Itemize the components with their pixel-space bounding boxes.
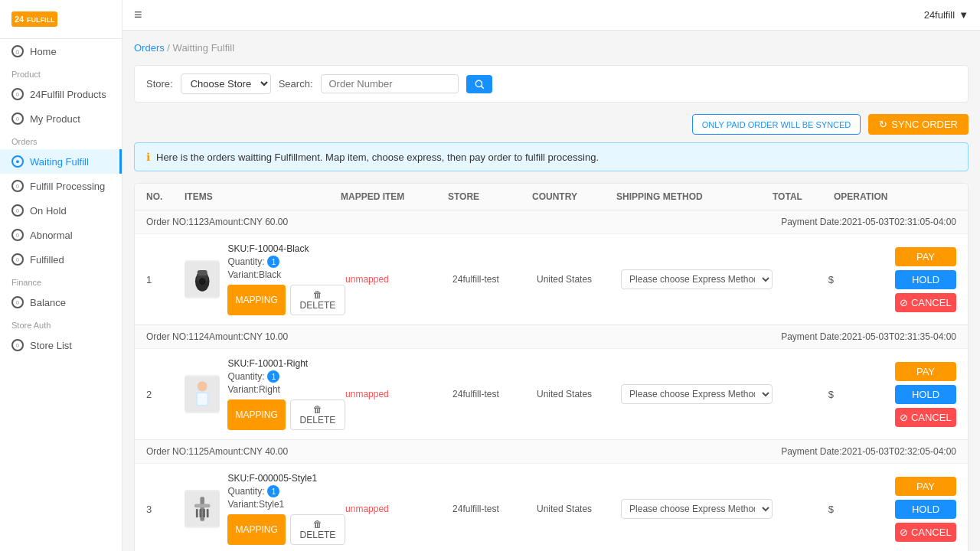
sidebar-label-24products: 24Fulfill Products	[30, 89, 106, 100]
sidebar-item-on-hold[interactable]: ○ On Hold	[0, 198, 122, 223]
sidebar-label-myproduct: My Product	[30, 113, 80, 125]
sidebar-label-onhold: On Hold	[30, 205, 67, 217]
item-number-2: 2	[146, 389, 185, 400]
topbar: ≡ 24fulfill ▼	[122, 0, 980, 31]
user-arrow-icon: ▼	[959, 9, 969, 21]
item-actions-1: MAPPING 🗑 DELETE	[227, 285, 345, 315]
item-details-2: SKU:F-10001-Right Quantity: 1 Variant:Ri…	[227, 358, 345, 430]
search-button[interactable]	[466, 75, 492, 93]
item-actions-3: MAPPING 🗑 DELETE	[227, 514, 345, 545]
variant-2: Variant:Right	[227, 384, 345, 395]
pay-button-2[interactable]: PAY	[895, 362, 956, 381]
sidebar: 24 FULFILL ⌂ Home Product ○ 24Fulfill Pr…	[0, 0, 122, 551]
delete-button-2[interactable]: 🗑 DELETE	[290, 399, 345, 430]
sidebar-item-balance[interactable]: ○ Balance	[0, 290, 122, 315]
sidebar-item-fulfilled[interactable]: ○ Fulfilled	[0, 247, 122, 272]
payment-date-1124: Payment Date:2021-05-03T02:31:35-04:00	[781, 331, 956, 342]
svg-rect-18	[200, 509, 202, 517]
action-bar: ONLY PAID ORDER WILL BE SYNCED ↻ SYNC OR…	[134, 114, 969, 135]
delete-button-3[interactable]: 🗑 DELETE	[290, 514, 345, 545]
qty-row-3: Quantity: 1	[227, 485, 345, 497]
hold-button-2[interactable]: HOLD	[895, 385, 956, 404]
user-menu[interactable]: 24fulfill ▼	[924, 9, 969, 21]
sidebar-item-fulfill-processing[interactable]: ○ Fulfill Processing	[0, 174, 122, 198]
table-row: 1 SKU:	[135, 234, 968, 324]
sidebar-item-store-list[interactable]: ○ Store List	[0, 333, 122, 357]
circle-icon-processing: ○	[11, 180, 24, 192]
cancel-button-3[interactable]: ⊘ CANCEL	[895, 523, 956, 542]
orders-table: NO. ITEMS MAPPED ITEM STORE COUNTRY SHIP…	[134, 183, 969, 551]
sku-3: SKU:F-000005-Style1	[227, 473, 345, 484]
hold-button-1[interactable]: HOLD	[895, 270, 956, 289]
express-select-2[interactable]: Please choose Express Method	[621, 384, 773, 404]
order-meta-1125: Order NO:1125 Amount:CNY 40.00 Payment D…	[135, 440, 968, 464]
pay-button-3[interactable]: PAY	[895, 477, 956, 496]
sync-order-button[interactable]: ↻ SYNC ORDER	[868, 114, 969, 135]
store-2: 24fulfill-test	[452, 389, 537, 399]
content-area: Orders / Waitting Fulfill Store: Choose …	[122, 31, 980, 551]
sidebar-item-home[interactable]: ⌂ Home	[0, 39, 122, 64]
express-select-1[interactable]: Please choose Express Method	[621, 269, 773, 289]
sidebar-item-abnormal[interactable]: ○ Abnormal	[0, 223, 122, 247]
hamburger-icon[interactable]: ≡	[134, 7, 142, 23]
section-label-storeauth: Store Auth	[0, 315, 122, 333]
pay-button-1[interactable]: PAY	[895, 247, 956, 266]
col-store: STORE	[448, 191, 532, 202]
table-header: NO. ITEMS MAPPED ITEM STORE COUNTRY SHIP…	[135, 184, 968, 210]
hold-button-3[interactable]: HOLD	[895, 500, 956, 519]
sku-2: SKU:F-10001-Right	[227, 358, 345, 369]
search-filter-label: Search:	[279, 78, 313, 90]
sidebar-label-balance: Balance	[30, 297, 66, 308]
mapping-button-1[interactable]: MAPPING	[227, 285, 285, 315]
item-number-3: 3	[146, 504, 185, 515]
mapped-status-3: unmapped	[345, 504, 452, 514]
cancel-button-1[interactable]: ⊘ CANCEL	[895, 293, 956, 312]
mapped-status-2: unmapped	[345, 389, 452, 399]
circle-icon-products: ○	[11, 88, 24, 100]
svg-rect-13	[198, 393, 207, 405]
breadcrumb-orders-link[interactable]: Orders	[134, 42, 165, 54]
sidebar-label-processing: Fulfill Processing	[30, 181, 105, 192]
qty-row-2: Quantity: 1	[227, 370, 345, 383]
mapping-button-2[interactable]: MAPPING	[227, 399, 285, 430]
delete-button-1[interactable]: 🗑 DELETE	[290, 285, 345, 315]
search-input[interactable]	[321, 74, 459, 93]
shipping-col-3: Please choose Express Method	[621, 499, 773, 519]
variant-3: Variant:Style1	[227, 499, 345, 510]
svg-rect-20	[207, 509, 209, 517]
svg-point-11	[198, 381, 207, 391]
store-3: 24fulfill-test	[452, 504, 537, 514]
express-select-3[interactable]: Please choose Express Method	[621, 499, 773, 519]
svg-point-9	[199, 278, 206, 285]
cancel-button-2[interactable]: ⊘ CANCEL	[895, 408, 956, 427]
col-country: COUNTRY	[532, 191, 616, 202]
col-items: ITEMS	[185, 191, 341, 202]
logo: 24 FULFILL	[0, 0, 122, 39]
svg-rect-16	[194, 504, 210, 507]
store-select[interactable]: Choose Store	[181, 73, 271, 94]
col-operation: OPERATION	[834, 191, 956, 202]
sidebar-item-24fulfill-products[interactable]: ○ 24Fulfill Products	[0, 82, 122, 106]
sidebar-item-waiting-fulfill[interactable]: ● Waiting Fulfill	[0, 149, 122, 174]
item-actions-2: MAPPING 🗑 DELETE	[227, 399, 345, 430]
order-meta-1124: Order NO:1124 Amount:CNY 10.00 Payment D…	[135, 325, 968, 349]
col-no: NO.	[146, 191, 185, 202]
svg-text:24: 24	[15, 15, 24, 24]
sidebar-label-abnormal: Abnormal	[30, 230, 73, 241]
item-info-2: SKU:F-10001-Right Quantity: 1 Variant:Ri…	[185, 358, 345, 430]
country-2: United States	[537, 389, 621, 399]
breadcrumb-current: Waitting Fulfill	[173, 42, 234, 54]
sync-info-button[interactable]: ONLY PAID ORDER WILL BE SYNCED	[692, 114, 861, 135]
mapping-button-3[interactable]: MAPPING	[227, 514, 285, 545]
user-label: 24fulfill	[924, 9, 955, 21]
circle-icon-fulfilled: ○	[11, 253, 24, 266]
sidebar-item-my-product[interactable]: ○ My Product	[0, 106, 122, 131]
sync-icon: ↻	[879, 119, 887, 130]
svg-rect-8	[198, 270, 207, 276]
amount-1124: Amount:CNY 10.00	[209, 331, 288, 342]
order-no-1123: Order NO:1123	[146, 217, 209, 227]
country-1: United States	[537, 274, 621, 285]
order-group-1123: Order NO:1123 Amount:CNY 60.00 Payment D…	[135, 210, 968, 325]
section-label-orders: Orders	[0, 131, 122, 149]
product-image-3	[185, 490, 220, 528]
